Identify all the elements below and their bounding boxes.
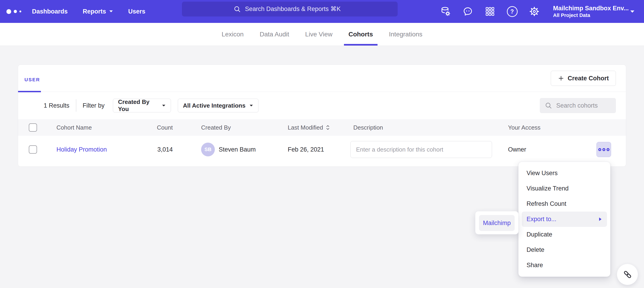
access-value: Owner xyxy=(508,146,526,153)
mixpanel-logo[interactable] xyxy=(6,0,21,23)
cohort-search[interactable] xyxy=(540,98,616,113)
dropdown-value: Created By You xyxy=(118,98,162,113)
divider xyxy=(76,99,76,112)
global-search-input[interactable] xyxy=(244,5,346,13)
help-icon[interactable]: ? xyxy=(507,6,518,17)
menu-item-visualize-trend[interactable]: Visualize Trend xyxy=(518,181,610,196)
primary-nav: Dashboards Reports Users xyxy=(32,0,145,23)
menu-item-view-users[interactable]: View Users xyxy=(518,166,610,181)
menu-item-delete[interactable]: Delete xyxy=(518,242,610,257)
tab-lexicon[interactable]: Lexicon xyxy=(217,23,248,46)
select-all-checkbox[interactable] xyxy=(29,123,37,132)
nav-item-dashboards[interactable]: Dashboards xyxy=(32,8,68,15)
project-name: Mailchimp Sandbox Env... xyxy=(553,4,628,12)
avatar: SB xyxy=(201,143,215,156)
header-last-modified[interactable]: Last Modified xyxy=(288,124,330,131)
header-count: Count xyxy=(128,124,173,131)
submenu-item-mailchimp[interactable]: Mailchimp xyxy=(479,215,515,231)
nav-item-label: Dashboards xyxy=(32,8,68,15)
created-by-cell: SB Steven Baum xyxy=(201,143,256,156)
last-modified-date: Feb 26, 2021 xyxy=(288,146,324,153)
tab-user-cohorts[interactable]: USER xyxy=(24,77,40,82)
nav-item-users[interactable]: Users xyxy=(128,8,145,15)
ellipsis-icon xyxy=(606,148,610,151)
settings-icon[interactable] xyxy=(529,6,540,17)
project-switcher[interactable]: Mailchimp Sandbox Env... All Project Dat… xyxy=(553,0,628,23)
integrations-filter-dropdown[interactable]: All Active Integrations xyxy=(178,99,258,112)
app-root: Dashboards Reports Users xyxy=(0,0,644,288)
menu-item-label: Refresh Count xyxy=(526,200,566,207)
feedback-icon[interactable] xyxy=(462,6,473,17)
tab-live-view[interactable]: Live View xyxy=(300,23,337,46)
menu-item-share[interactable]: Share xyxy=(518,257,610,273)
header-cohort-name: Cohort Name xyxy=(56,124,92,131)
search-icon xyxy=(545,102,552,109)
tab-label: Cohorts xyxy=(348,31,373,38)
table-row: Holiday Promotion 3,014 SB Steven Baum F… xyxy=(18,136,626,163)
menu-item-refresh-count[interactable]: Refresh Count xyxy=(518,196,610,212)
tab-label: Data Audit xyxy=(260,31,289,38)
dropdown-value: All Active Integrations xyxy=(183,102,246,109)
submenu-arrow-icon xyxy=(598,217,602,221)
section-tabbar: Lexicon Data Audit Live View Cohorts Int… xyxy=(0,23,644,46)
chevron-down-icon xyxy=(162,104,166,107)
tab-data-audit[interactable]: Data Audit xyxy=(255,23,294,46)
created-by-filter-dropdown[interactable]: Created By You xyxy=(113,99,171,112)
filter-toolbar: 1 Results Filter by Created By You All A… xyxy=(18,92,626,119)
row-checkbox[interactable] xyxy=(29,145,37,154)
cohort-count: 3,014 xyxy=(128,146,173,153)
global-search[interactable] xyxy=(182,2,398,17)
filter-by-label: Filter by xyxy=(83,102,105,109)
cohorts-panel: USER Create Cohort 1 Results Filter by C… xyxy=(18,65,626,167)
tab-label: Live View xyxy=(305,31,332,38)
menu-item-label: Visualize Trend xyxy=(526,185,568,192)
creator-name: Steven Baum xyxy=(219,146,256,153)
header-created-by: Created By xyxy=(201,124,231,131)
nav-item-label: Users xyxy=(128,8,145,15)
ellipsis-icon xyxy=(598,148,601,151)
panel-header: USER Create Cohort xyxy=(18,65,626,92)
tab-cohorts[interactable]: Cohorts xyxy=(344,23,378,46)
nav-item-label: Reports xyxy=(83,8,106,15)
description-cell xyxy=(350,141,492,158)
menu-item-export-to[interactable]: Export to... xyxy=(522,212,607,227)
cohort-name-link[interactable]: Holiday Promotion xyxy=(56,146,107,153)
table-header-row: Cohort Name Count Created By Last Modifi… xyxy=(18,119,626,136)
nav-item-reports[interactable]: Reports xyxy=(83,8,113,15)
copy-link-button[interactable] xyxy=(617,264,638,285)
tab-label: Lexicon xyxy=(222,31,244,38)
chevron-down-icon xyxy=(249,104,253,107)
sort-icon xyxy=(326,125,330,130)
menu-item-duplicate[interactable]: Duplicate xyxy=(518,227,610,242)
ellipsis-icon xyxy=(602,148,606,151)
chevron-down-icon[interactable] xyxy=(630,10,635,13)
row-actions-menu: View Users Visualize Trend Refresh Count… xyxy=(518,162,610,277)
question-mark: ? xyxy=(507,6,518,17)
nav-icon-group: ? xyxy=(440,0,540,23)
top-nav: Dashboards Reports Users xyxy=(0,0,644,23)
data-management-icon[interactable] xyxy=(440,6,451,17)
create-cohort-label: Create Cohort xyxy=(568,75,609,82)
plus-icon xyxy=(558,75,564,81)
description-input[interactable] xyxy=(350,141,492,158)
search-icon xyxy=(234,6,241,13)
create-cohort-button[interactable]: Create Cohort xyxy=(551,71,616,86)
cohort-search-input[interactable] xyxy=(556,102,609,109)
header-your-access: Your Access xyxy=(508,124,540,131)
tab-label: Integrations xyxy=(389,31,422,38)
chevron-down-icon xyxy=(109,10,113,13)
results-count: 1 Results xyxy=(44,102,70,109)
menu-item-label: View Users xyxy=(526,170,558,177)
menu-item-label: Share xyxy=(526,262,543,269)
header-label: Last Modified xyxy=(288,124,323,131)
export-submenu: Mailchimp xyxy=(475,211,518,234)
project-scope: All Project Data xyxy=(553,12,628,19)
apps-grid-icon[interactable] xyxy=(484,6,496,17)
tab-integrations[interactable]: Integrations xyxy=(384,23,427,46)
menu-item-label: Delete xyxy=(526,246,544,253)
menu-item-label: Export to... xyxy=(526,216,556,223)
row-actions-button[interactable] xyxy=(596,142,611,157)
link-icon xyxy=(622,269,632,279)
header-description: Description xyxy=(353,124,383,131)
menu-item-label: Duplicate xyxy=(526,231,552,238)
